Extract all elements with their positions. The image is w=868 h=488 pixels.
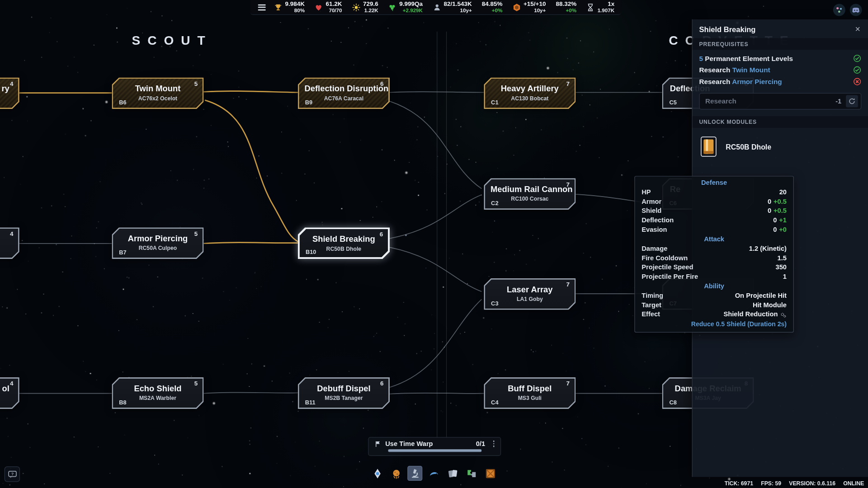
modules-tab-icon[interactable] — [464, 466, 479, 481]
bottom-toolbar — [370, 466, 498, 481]
node-title: Debuff Dispel — [304, 384, 383, 393]
tech-node-medium-rail-cannon[interactable]: 7Medium Rail CannonRC100 CorsacC2 — [484, 178, 576, 210]
tech-node-buff-dispel[interactable]: 7Buff DispelMS3 GuliC4 — [484, 377, 576, 409]
auto-research-icon[interactable] — [846, 95, 858, 108]
kebab-menu-icon[interactable] — [491, 440, 496, 448]
hud-values: 1x1.907K — [598, 1, 615, 13]
resource-bar: 9.984K80%61.2K70/70729.61.22K9.999Qa+2.9… — [250, 0, 621, 15]
tech-edge-gray — [390, 299, 481, 387]
corner-buttons — [833, 3, 863, 16]
tech-node-partial-middle[interactable]: 4 — [0, 227, 19, 259]
research-tab-icon[interactable] — [407, 466, 422, 481]
node-id: B11 — [305, 399, 316, 406]
node-body: 4ol — [0, 379, 18, 408]
hud-subvalue: +0% — [566, 8, 577, 14]
node-id: B8 — [119, 399, 126, 406]
storage-tab-icon[interactable] — [483, 466, 498, 481]
hud-stat-hexagon: +15/+1010y+ — [512, 1, 546, 13]
tech-edge-gray — [390, 247, 481, 291]
x-circle-icon — [853, 77, 861, 85]
fleet-tab-icon[interactable] — [370, 466, 385, 481]
tech-node-laser-array[interactable]: 7Laser ArrayLA1 GobyC3 — [484, 278, 576, 310]
tech-node-twin-mount[interactable]: 5Twin MountAC76x2 OcelotB6 — [112, 77, 203, 109]
tooltip-section-header: Attack — [635, 235, 793, 244]
tech-edge-gold — [205, 100, 298, 242]
tooltip-stat-row: Shield0+0.5 — [635, 206, 793, 216]
tech-node-shield-breaking[interactable]: 6Shield BreakingRC50B DholeB10 — [298, 227, 390, 259]
node-subtitle: LA1 Goby — [489, 296, 570, 302]
node-subtitle: AC76x2 Ocelot — [118, 95, 198, 101]
tech-node-partial-bottom[interactable]: 4ol — [0, 377, 19, 409]
clover-icon — [388, 3, 396, 11]
panel-header: Shield Breaking × — [693, 19, 868, 38]
tooltip-stat-row: Projectile Speed350 — [635, 263, 793, 272]
unlock-module-row[interactable]: RC50B Dhole — [693, 128, 868, 165]
stat-label: HP — [642, 188, 651, 197]
tech-node-deflection-disruption[interactable]: 6Deflection DisruptionAC76A CaracalB9 — [298, 77, 390, 109]
sun-icon — [352, 3, 360, 11]
hud-values: 9.984K80% — [285, 1, 305, 13]
tech-node-partial-top[interactable]: 4ry — [0, 77, 19, 109]
tick-counter: TICK: 6971 — [725, 480, 753, 486]
hud-subvalue: 80% — [294, 8, 305, 14]
close-icon[interactable]: × — [854, 25, 861, 34]
node-body: 5Armor PiercingRC50A CulpeoB7 — [113, 229, 203, 258]
module-name: RC50B Dhole — [726, 142, 771, 150]
hud-value: 88.32% — [556, 1, 576, 8]
prereq-link[interactable]: Twin Mount — [732, 66, 770, 74]
cards-tab-icon[interactable] — [445, 466, 460, 481]
prereq-link[interactable]: Armor Piercing — [732, 78, 782, 85]
tech-edge-gray — [390, 101, 481, 188]
hud-value: 1x — [608, 1, 614, 8]
section-divider — [437, 32, 437, 439]
prerequisite-label: Research Twin Mount — [699, 66, 770, 74]
hud-value: 61.2K — [326, 1, 342, 8]
module-stats-tooltip: DefenseHP20Armor0+0.5Shield0+0.5Deflecti… — [634, 176, 794, 333]
hexagon-icon — [512, 3, 520, 11]
feedback-button[interactable]: ? — [5, 466, 20, 482]
tech-node-armor-piercing[interactable]: 5Armor PiercingRC50A CulpeoB7 — [112, 227, 203, 259]
node-title: Shield Breaking — [305, 234, 382, 244]
module-icon — [699, 136, 718, 158]
planets-tab-icon[interactable] — [389, 466, 404, 481]
trophy-icon — [274, 3, 282, 11]
theme-icon[interactable] — [833, 3, 846, 16]
tech-node-heavy-artillery[interactable]: 7Heavy ArtilleryAC130 BobcatC1 — [484, 77, 576, 109]
time-warp-progress — [388, 449, 481, 452]
unlock-modules-header: UNLOCK MODULES — [693, 116, 868, 128]
hud-values: +15/+1010y+ — [524, 1, 546, 13]
hud-value: 9.984K — [285, 1, 305, 8]
hud-stats: 9.984K80%61.2K70/70729.61.22K9.999Qa+2.9… — [274, 1, 614, 13]
stat-value: 1.5 — [778, 253, 787, 263]
menu-icon[interactable] — [257, 3, 267, 11]
node-title: Deflection Disruption — [304, 84, 383, 93]
node-id: B9 — [305, 99, 312, 106]
node-id: C4 — [491, 399, 498, 406]
hud-subvalue: +2.929K — [403, 8, 423, 14]
tech-node-debuff-dispel[interactable]: 6Debuff DispelMS2B TanagerB11 — [298, 377, 390, 409]
stat-value: 20 — [779, 188, 787, 197]
time-warp-widget[interactable]: Use Time Warp 0/1 — [368, 437, 501, 456]
node-subtitle: AC76A Caracal — [303, 95, 384, 101]
missions-tab-icon[interactable] — [426, 466, 441, 481]
time-warp-label: Use Time Warp — [385, 440, 472, 447]
node-title: Twin Mount — [118, 84, 197, 93]
tooltip-stat-row: HP20 — [635, 188, 793, 197]
node-id: B7 — [119, 249, 126, 256]
stat-label: Fire Cooldown — [642, 253, 688, 263]
tech-node-echo-shield[interactable]: 5Echo ShieldMS2A WarblerB8 — [112, 377, 203, 409]
prereq-text: Research — [699, 66, 732, 74]
hud-values: 61.2K70/70 — [326, 1, 342, 13]
node-id: C5 — [669, 99, 676, 106]
prerequisites-header: PREREQUISITES — [693, 38, 868, 50]
hud-value: 729.6 — [363, 1, 378, 8]
discord-icon[interactable] — [849, 3, 862, 16]
node-subtitle: RC100 Corsac — [489, 196, 570, 202]
node-id: C1 — [491, 99, 498, 106]
svg-text:?: ? — [11, 471, 14, 476]
prereq-link[interactable]: 5 — [699, 55, 705, 62]
research-button[interactable]: Research -1 — [699, 93, 862, 110]
stat-value: On Projectile Hit — [735, 291, 787, 300]
tooltip-section-header: Defense — [635, 178, 793, 188]
stat-label: Shield — [642, 206, 661, 216]
